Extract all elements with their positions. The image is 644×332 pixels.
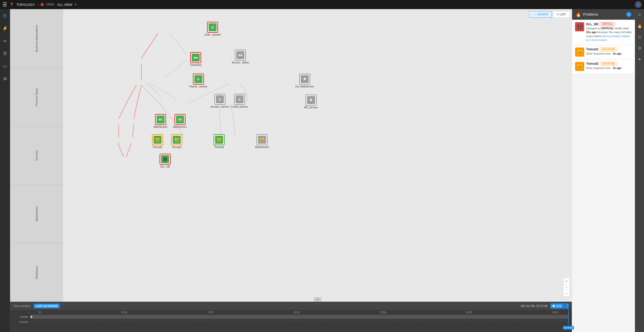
tick-2: 13:41 <box>121 311 127 314</box>
node-dll-db[interactable]: 🗄️ DLL_DB <box>160 154 171 168</box>
zoom-controls: + ⤢ − <box>563 278 570 297</box>
node-payment-service[interactable]: A Payme...service <box>189 74 207 88</box>
node-box-ws2: NG <box>155 114 166 125</box>
fire-icon: 🔥 <box>576 12 581 17</box>
node-inner-checkout: ⊕⊕ <box>192 54 200 62</box>
node-account-service[interactable]: A Accoun...service <box>211 94 229 108</box>
node-webserver3[interactable]: 🐱 WebServer3 <box>255 134 269 149</box>
user-avatar[interactable]: 👤 <box>635 1 641 8</box>
node-webserver1[interactable]: NG WebServer1 <box>173 114 187 128</box>
sidebar-icon-grid[interactable]: ⊞ <box>1 12 9 20</box>
node-label-online-payment: Onlin...ayment <box>204 33 221 36</box>
timeline-area: Time window LAST 24 HOURS We Jul 4th 10:… <box>10 302 572 332</box>
node-box-ext-web: ✦ <box>299 74 310 85</box>
topology-area: Business Applications Process Steps Serv… <box>10 9 572 332</box>
graph-view-button[interactable]: ⋯ GRAPH <box>529 11 552 18</box>
live-info-icon[interactable]: ℹ <box>563 304 567 308</box>
node-inner-ext-web: ✦ <box>301 75 309 83</box>
right-icon-fire[interactable]: 🔥 <box>636 22 643 29</box>
node-tomcat2[interactable]: 🐱 Tomcat2 <box>152 134 163 149</box>
problem-icon-tomcat2: 🐱 <box>575 62 584 71</box>
node-label-api-svc: API_Service <box>304 106 318 109</box>
node-credit-service[interactable]: A Credit_Service <box>231 94 248 108</box>
live-dot <box>553 305 555 307</box>
sidebar-icon-settings[interactable]: ⚙ <box>1 75 9 83</box>
live-badge[interactable]: LIVE ℹ <box>551 303 569 309</box>
hamburger-icon[interactable]: ☰ <box>3 2 7 8</box>
problem-link-dlldb[interactable]: and is probably related to 2 more issues… <box>586 35 630 41</box>
view-value[interactable]: ALL VIEW <box>57 3 72 7</box>
list-view-button[interactable]: ≡ LIST <box>553 11 570 18</box>
node-box-payment: A <box>193 74 204 85</box>
zoom-out-button[interactable]: − <box>563 290 570 296</box>
tc2-icon: 🐱 <box>577 64 582 69</box>
tick-1: 15 <box>38 311 41 314</box>
node-inner-ws1: NG <box>176 115 184 124</box>
right-icon-menu[interactable]: ≡ <box>636 11 643 18</box>
row-label-business: Business Applications <box>10 9 63 68</box>
topology-breadcrumb[interactable]: TOPOLOGY <box>16 3 35 7</box>
problem-item-tomcat1[interactable]: 🐱 Tomcat1 DEVIATING Slow response time ·… <box>572 45 635 59</box>
node-online-payment[interactable]: A Onlin...ayment <box>204 22 221 36</box>
problem-item-tomcat2[interactable]: 🐱 Tomcat2 DEVIATING Slow response time ·… <box>572 59 635 74</box>
node-box-dlldb: 🗄️ <box>160 154 171 165</box>
sidebar-icon-lightning[interactable]: ⚡ <box>1 24 9 32</box>
problems-panel: 🔥 Problems 1 🗄️ DLL_DB CRITICAL <box>572 9 635 332</box>
events-timeline-row: Events <box>13 320 569 323</box>
node-checkout[interactable]: ⊕⊕ CheckOut <box>190 52 201 66</box>
time-window-value[interactable]: LAST 24 HOURS <box>34 304 60 308</box>
tick-5: 23:59 <box>380 311 386 314</box>
node-box-api-svc: ✦ <box>305 94 317 106</box>
breadcrumb-sep: / <box>37 3 38 6</box>
collapse-timeline-button[interactable]: ▾ <box>314 297 321 302</box>
problem-name-dlldb: DLL_DB <box>586 22 598 26</box>
problem-name-tomcat2: Tomcat2 <box>586 62 598 65</box>
node-label-tc1: Tomcat1 <box>172 146 182 149</box>
main-layout: ⊞ ⚡ ∞ ☰ ▭ ⚙ Business Applications Proces… <box>0 9 644 332</box>
right-sidebar: ≡ 🔥 ⊙ ⚙ ● <box>635 9 644 332</box>
topbar: ☰ 📍 TOPOLOGY / VIEW: ALL VIEW ▾ 👤 <box>0 0 644 9</box>
right-icon-circle[interactable]: ● <box>636 56 643 63</box>
node-box-ws3: 🐱 <box>256 134 268 145</box>
node-label-account-svc: Accoun...service <box>211 105 229 108</box>
problem-title-tomcat2: Tomcat2 DEVIATING <box>586 62 632 66</box>
health-row-label: Health <box>13 315 28 318</box>
zoom-in-button[interactable]: + <box>563 278 570 284</box>
node-api-service[interactable]: ✦ API_Service <box>304 94 318 109</box>
problem-icon-tomcat1: 🐱 <box>575 48 584 57</box>
live-label: LIVE <box>556 304 562 307</box>
right-icon-settings[interactable]: ⚙ <box>636 44 643 52</box>
node-accountdation[interactable]: ⊕⊕ Accoun...dation <box>232 50 249 64</box>
sidebar-icon-infinity[interactable]: ∞ <box>1 37 9 45</box>
node-inner-ws3: 🐱 <box>258 136 266 144</box>
cursor-time-label: 10:15:40 <box>563 326 574 329</box>
node-inner-payment: A <box>194 75 202 83</box>
node-tomcat3[interactable]: 🐱 Tomcat3 <box>214 134 225 149</box>
row-label-applications: Applications <box>10 185 63 243</box>
node-label-accountdation: Accoun...dation <box>232 61 249 64</box>
node-label-credit-svc: Credit_Service <box>231 105 248 108</box>
problem-badge-dlldb: CRITICAL <box>600 22 615 26</box>
zoom-fit-button[interactable]: ⤢ <box>563 284 570 290</box>
node-label-ws2: WebServer2 <box>153 126 167 128</box>
problem-item-dlldb[interactable]: 🗄️ DLL_DB CRITICAL changed to CRITICAL h… <box>572 20 635 45</box>
node-tomcat1[interactable]: 🐱 Tomcat1 <box>171 134 182 149</box>
problem-content-tomcat1: Tomcat1 DEVIATING Slow response time · 3… <box>586 48 632 57</box>
problem-badge-tomcat1: DEVIATING <box>600 48 617 51</box>
problems-header: 🔥 Problems 1 <box>572 9 635 20</box>
health-track[interactable]: 10:15:40 <box>30 315 569 319</box>
node-ext-webservice[interactable]: ✦ Ext_WebService <box>295 74 314 88</box>
health-timeline-row: Health 10:15:40 <box>13 315 569 319</box>
row-label-process: Process Steps <box>10 68 63 126</box>
node-webserver2[interactable]: NG WebServer2 <box>153 114 167 128</box>
problem-desc-tomcat2: Slow response time · 3s ago <box>586 66 632 70</box>
node-label-ext-web: Ext_WebService <box>295 85 314 88</box>
events-track[interactable] <box>30 321 569 323</box>
problem-name-tomcat1: Tomcat1 <box>586 48 598 51</box>
timeline-header: Time window LAST 24 HOURS We Jul 4th 10:… <box>10 302 572 310</box>
sidebar-icon-list[interactable]: ☰ <box>1 50 9 58</box>
view-dropdown-icon[interactable]: ▾ <box>75 3 76 6</box>
location-icon: 📍 <box>10 3 14 7</box>
sidebar-icon-dashboard[interactable]: ▭ <box>1 62 9 70</box>
right-icon-target[interactable]: ⊙ <box>636 33 643 40</box>
